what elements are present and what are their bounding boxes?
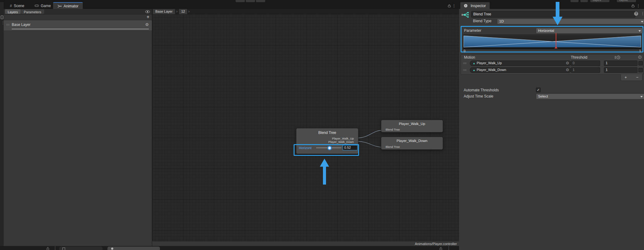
automate-thresholds-label: Automate Thresholds (464, 88, 499, 92)
layers-panel: Layers Parameters + Base Layer ⚙ (4, 9, 152, 246)
mirror-checkbox[interactable] (638, 68, 643, 72)
pause-button[interactable] (246, 0, 255, 2)
bottom-kebab-icon[interactable]: ⋮ (53, 247, 57, 250)
layer-settings-gear-icon[interactable]: ⚙ (145, 22, 149, 27)
tab-inspector[interactable]: i Inspector (460, 2, 490, 9)
layer-weight-slider[interactable] (12, 29, 149, 29)
scene-grid-icon: # (10, 4, 12, 8)
breadcrumb-chevron2-icon: › (188, 9, 190, 14)
tab-inspector-label: Inspector (470, 4, 486, 8)
add-layer-button[interactable]: + (147, 14, 149, 20)
parameters-tab-button[interactable]: Parameters (21, 9, 44, 14)
tab-animator-label: Animator (64, 4, 78, 8)
parameter-dropdown[interactable]: Horizontal (536, 28, 643, 34)
tab-game[interactable]: Game (31, 2, 55, 9)
threshold-header: Threshold (571, 55, 587, 60)
row-drag-handle-icon[interactable] (463, 63, 466, 63)
layers-panel-toolbar: Layers Parameters (4, 9, 152, 15)
blend-tree-name-value: Blend Tree (473, 12, 491, 16)
player-walk-up-node[interactable]: Player_Walk_Up Blend Tree (381, 120, 443, 132)
play-button[interactable] (236, 0, 245, 2)
bottom-lock-icon[interactable] (46, 247, 49, 250)
restore-panel-icon[interactable] (1, 15, 3, 19)
top-toolbar-strip: Layers Layout (0, 0, 644, 2)
bottom-right-lock-icon[interactable] (439, 247, 442, 250)
blend-tree-icon (461, 11, 470, 18)
blend-tree-node-title: Blend Tree (296, 131, 358, 135)
mirror-checkbox[interactable] (638, 61, 643, 65)
player-walk-down-title: Player_Walk_Down (381, 139, 443, 143)
motion-field[interactable]: ▲Player_Walk_Up ⊙ (470, 60, 571, 66)
player-walk-up-subtitle: Blend Tree (386, 128, 400, 131)
cloud-button[interactable] (571, 0, 579, 2)
adjust-time-scale-label: Adjust Time Scale (464, 94, 493, 98)
layers-tab-label: Layers (8, 10, 18, 14)
motion-name: Player_Walk_Down (477, 68, 506, 72)
blend-visualization[interactable] (463, 34, 642, 49)
blend-type-label: Blend Type (473, 19, 491, 23)
blend-type-value: 1D (499, 19, 504, 23)
layers-tab-button[interactable]: Layers (5, 9, 21, 14)
tab-game-label: Game (41, 4, 51, 8)
base-layer-item[interactable]: Base Layer ⚙ (4, 20, 152, 31)
motion-clip-icon: ▲ (473, 62, 475, 65)
help-icon[interactable]: ? (634, 12, 638, 16)
motion-row[interactable]: ▲Player_Walk_Up ⊙ 0 1 (461, 60, 643, 66)
breadcrumb-blendtree[interactable]: 12 (179, 9, 187, 14)
breadcrumb-base-layer-label: Base Layer (155, 10, 173, 13)
tab-scene[interactable]: #Scene (6, 2, 28, 9)
bottom-panel-strip: ⋮ ⋮ (0, 246, 459, 250)
blend-child-up-label: Player_Walk_Up (332, 137, 354, 140)
player-walk-down-node[interactable]: Player_Walk_Down Blend Tree (381, 137, 443, 150)
animator-kebab-icon[interactable]: ⋮ (452, 4, 456, 7)
speed-field[interactable]: 1 (604, 67, 638, 73)
parameters-tab-label: Parameters (24, 10, 41, 14)
annotation-arrow-up (320, 158, 329, 185)
remove-motion-button[interactable]: − (636, 75, 638, 80)
add-motion-button[interactable]: + (625, 75, 627, 80)
inspector-kebab-icon[interactable]: ⋮ (636, 4, 640, 7)
bottom-right-kebab-icon[interactable]: ⋮ (447, 247, 451, 250)
motion-header: Motion (464, 55, 475, 60)
layout-dropdown[interactable]: Layout (617, 0, 636, 2)
automate-thresholds-checkbox[interactable]: ✓ (536, 88, 541, 92)
adjust-time-scale-dropdown[interactable]: Select (536, 94, 644, 99)
blend-playhead-marker (554, 47, 558, 48)
blend-min-label: 0 (464, 49, 466, 53)
blend-type-dropdown[interactable]: 1D (497, 19, 644, 24)
graph-status-bar: Animations/Player.controller (152, 241, 459, 246)
player-walk-down-subtitle: Blend Tree (386, 145, 400, 148)
base-layer-name: Base Layer (12, 23, 31, 27)
breadcrumb-base-layer[interactable]: Base Layer (153, 9, 175, 14)
mirror-icon (638, 55, 642, 59)
parameter-value: Horizontal (538, 29, 554, 32)
blend-playhead[interactable] (556, 33, 556, 47)
eye-icon[interactable] (145, 10, 150, 13)
blend-max-label: 1 (639, 49, 641, 53)
threshold-field[interactable]: 1 (571, 67, 600, 73)
breadcrumb-blendtree-label: 12 (181, 10, 185, 13)
step-button[interactable] (256, 0, 265, 2)
drag-handle-icon[interactable] (6, 24, 10, 24)
motion-field[interactable]: ▲Player_Walk_Down ⊙ (470, 67, 571, 73)
bottom-tab-1[interactable] (59, 247, 102, 250)
tab-animator[interactable]: Animator (53, 2, 83, 9)
inspector-lock-icon[interactable] (631, 4, 635, 7)
motion-row[interactable]: ▲Player_Walk_Down ⊙ 1 1 (461, 67, 643, 73)
row-drag-handle-icon[interactable] (463, 69, 466, 70)
motion-list: Motion Threshold ▲Player_Walk_Up ⊙ 0 1 (461, 54, 643, 75)
object-picker-icon[interactable]: ⊙ (566, 61, 569, 65)
object-picker-icon[interactable]: ⊙ (566, 68, 569, 72)
inspector-tabbar: i Inspector ⋮ (459, 2, 644, 9)
animator-lock-icon[interactable] (448, 4, 451, 7)
threshold-field[interactable]: 0 (571, 60, 600, 66)
search-button[interactable] (580, 0, 588, 2)
header-kebab-icon[interactable]: ⋮ (641, 12, 644, 15)
speed-value: 1 (606, 68, 608, 72)
bottom-tab-2[interactable] (107, 247, 160, 250)
layers-dropdown[interactable]: Layers (590, 0, 609, 2)
threshold-value: 0 (573, 61, 575, 65)
speed-field[interactable]: 1 (604, 60, 638, 66)
speed-value: 1 (606, 61, 608, 65)
motion-clip-icon: ▲ (473, 69, 475, 72)
